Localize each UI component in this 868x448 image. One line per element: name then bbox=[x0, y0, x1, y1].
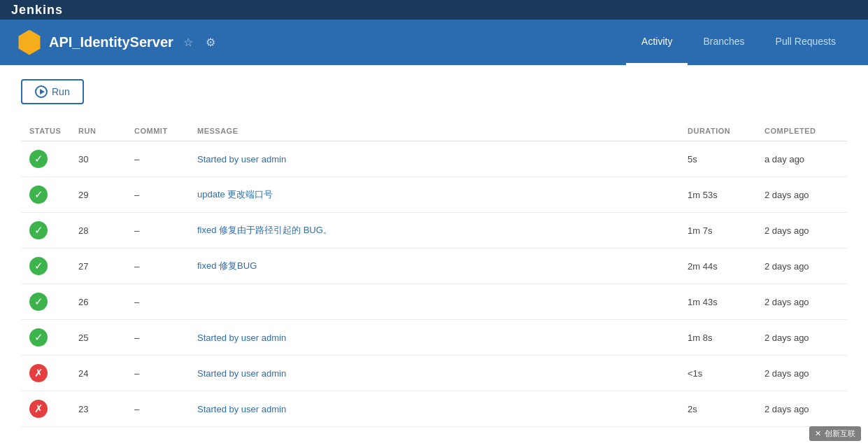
run-icon bbox=[35, 85, 48, 98]
status-success-icon: ✓ bbox=[29, 186, 48, 204]
status-failure-icon: ✗ bbox=[29, 364, 48, 382]
message-link[interactable]: update 更改端口号 bbox=[197, 189, 273, 200]
watermark: ✕ 创新互联 bbox=[809, 426, 861, 441]
status-success-icon: ✓ bbox=[29, 328, 48, 346]
table-row: ✓27–fixed 修复BUG2m 44s2 days ago bbox=[21, 248, 847, 284]
run-number: 26 bbox=[70, 284, 126, 320]
project-header-left: API_IdentityServer ☆ ⚙ bbox=[17, 30, 218, 55]
status-success-icon: ✓ bbox=[29, 257, 48, 275]
build-message: fixed 修复由于路径引起的 BUG。 bbox=[189, 213, 679, 248]
table-row: ✓26–1m 43s2 days ago bbox=[21, 284, 847, 320]
watermark-text: 创新互联 bbox=[825, 428, 855, 439]
table-body: ✓30–Started by user admin5sa day ago✓29–… bbox=[21, 141, 847, 427]
col-header-commit: COMMIT bbox=[126, 121, 189, 141]
commit-hash: – bbox=[126, 213, 189, 248]
run-button[interactable]: Run bbox=[21, 79, 84, 104]
col-header-duration: DURATION bbox=[679, 121, 756, 141]
commit-hash: – bbox=[126, 391, 189, 427]
build-completed: 2 days ago bbox=[756, 284, 847, 320]
col-header-message: MESSAGE bbox=[189, 121, 679, 141]
col-header-run: RUN bbox=[70, 121, 126, 141]
build-duration: 2s bbox=[679, 391, 756, 427]
table-row: ✗24–Started by user admin<1s2 days ago bbox=[21, 356, 847, 391]
build-duration: <1s bbox=[679, 356, 756, 391]
build-completed: 2 days ago bbox=[756, 320, 847, 356]
run-button-label: Run bbox=[52, 86, 70, 97]
build-completed: 2 days ago bbox=[756, 213, 847, 248]
commit-hash: – bbox=[126, 248, 189, 284]
project-nav-tabs: Activity Branches Pull Requests bbox=[626, 20, 851, 65]
run-number: 30 bbox=[70, 141, 126, 177]
star-button[interactable]: ☆ bbox=[180, 34, 196, 50]
project-header: API_IdentityServer ☆ ⚙ Activity Branches… bbox=[0, 20, 868, 65]
build-message: Started by user admin bbox=[189, 391, 679, 427]
message-link[interactable]: Started by user admin bbox=[197, 368, 286, 379]
status-failure-icon: ✗ bbox=[29, 400, 48, 418]
tab-branches[interactable]: Branches bbox=[688, 20, 760, 65]
message-link[interactable]: Started by user admin bbox=[197, 404, 286, 414]
build-message: update 更改端口号 bbox=[189, 177, 679, 213]
commit-hash: – bbox=[126, 284, 189, 320]
run-number: 24 bbox=[70, 356, 126, 391]
table-header: STATUS RUN COMMIT MESSAGE DURATION COMPL… bbox=[21, 121, 847, 141]
project-title: API_IdentityServer bbox=[49, 34, 173, 50]
run-number: 27 bbox=[70, 248, 126, 284]
status-success-icon: ✓ bbox=[29, 293, 48, 311]
build-message bbox=[189, 284, 679, 320]
col-header-status: STATUS bbox=[21, 121, 70, 141]
message-link[interactable]: fixed 修复由于路径引起的 BUG。 bbox=[197, 225, 332, 235]
commit-hash: – bbox=[126, 141, 189, 177]
jenkins-logo: Jenkins bbox=[11, 3, 63, 18]
settings-button[interactable]: ⚙ bbox=[203, 34, 218, 50]
activity-table: STATUS RUN COMMIT MESSAGE DURATION COMPL… bbox=[21, 121, 847, 427]
col-header-completed: COMPLETED bbox=[756, 121, 847, 141]
build-completed: 2 days ago bbox=[756, 391, 847, 427]
run-number: 23 bbox=[70, 391, 126, 427]
main-content: Run STATUS RUN COMMIT MESSAGE DURATION C… bbox=[0, 65, 868, 448]
build-duration: 2m 44s bbox=[679, 248, 756, 284]
status-success-icon: ✓ bbox=[29, 150, 48, 168]
project-icon bbox=[17, 30, 42, 55]
table-row: ✓25–Started by user admin1m 8s2 days ago bbox=[21, 320, 847, 356]
build-message: Started by user admin bbox=[189, 320, 679, 356]
table-row: ✓30–Started by user admin5sa day ago bbox=[21, 141, 847, 177]
watermark-icon: ✕ bbox=[815, 429, 821, 438]
commit-hash: – bbox=[126, 356, 189, 391]
build-completed: 2 days ago bbox=[756, 177, 847, 213]
run-number: 25 bbox=[70, 320, 126, 356]
build-duration: 1m 43s bbox=[679, 284, 756, 320]
table-row: ✓29–update 更改端口号1m 53s2 days ago bbox=[21, 177, 847, 213]
message-link[interactable]: Started by user admin bbox=[197, 154, 286, 164]
tab-pull-requests[interactable]: Pull Requests bbox=[760, 20, 851, 65]
build-duration: 1m 53s bbox=[679, 177, 756, 213]
commit-hash: – bbox=[126, 177, 189, 213]
build-message: fixed 修复BUG bbox=[189, 248, 679, 284]
build-message: Started by user admin bbox=[189, 141, 679, 177]
tab-activity[interactable]: Activity bbox=[626, 20, 688, 65]
build-duration: 1m 7s bbox=[679, 213, 756, 248]
table-row: ✓28–fixed 修复由于路径引起的 BUG。1m 7s2 days ago bbox=[21, 213, 847, 248]
run-number: 28 bbox=[70, 213, 126, 248]
run-number: 29 bbox=[70, 177, 126, 213]
build-message: Started by user admin bbox=[189, 356, 679, 391]
build-duration: 5s bbox=[679, 141, 756, 177]
commit-hash: – bbox=[126, 320, 189, 356]
status-success-icon: ✓ bbox=[29, 221, 48, 239]
build-completed: a day ago bbox=[756, 141, 847, 177]
top-bar: Jenkins bbox=[0, 0, 868, 20]
table-row: ✗23–Started by user admin2s2 days ago bbox=[21, 391, 847, 427]
build-completed: 2 days ago bbox=[756, 356, 847, 391]
message-link[interactable]: Started by user admin bbox=[197, 332, 286, 343]
build-completed: 2 days ago bbox=[756, 248, 847, 284]
message-link[interactable]: fixed 修复BUG bbox=[197, 260, 257, 271]
build-duration: 1m 8s bbox=[679, 320, 756, 356]
